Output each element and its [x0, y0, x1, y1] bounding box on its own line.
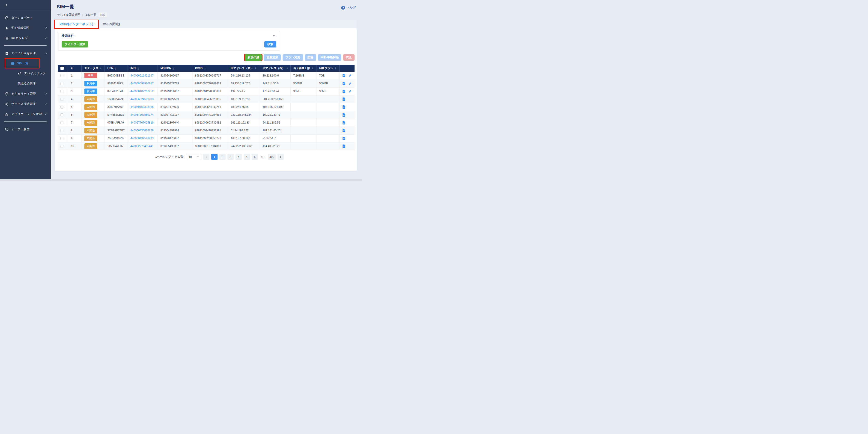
action-button-activate[interactable]: 開通: [305, 55, 316, 61]
prev-page-button[interactable]: [203, 154, 210, 160]
sidebar-item-order-history[interactable]: オーダー履歴: [0, 125, 51, 134]
sidebar-item-service-connect[interactable]: サービス接続管理: [0, 100, 51, 108]
sort-icon[interactable]: ▲▼: [100, 67, 101, 69]
document-icon[interactable]: [342, 81, 346, 86]
document-icon[interactable]: [342, 90, 346, 93]
cell-imsi: 440062776495441: [128, 142, 158, 150]
cell-index: 3: [68, 87, 82, 95]
collapse-sidebar-icon[interactable]: [5, 3, 8, 7]
imsi-link[interactable]: 440066102267252: [130, 90, 154, 93]
page-button-2[interactable]: 2: [219, 154, 225, 160]
column-header-capacity[interactable]: 当月容量上限▲▼: [290, 65, 316, 72]
tab-value-internet[interactable]: Value(インターネット): [55, 20, 98, 28]
row-checkbox[interactable]: [60, 137, 63, 140]
sort-icon[interactable]: ▲▼: [173, 67, 174, 70]
page-button-4[interactable]: 4: [236, 154, 242, 160]
row-checkbox[interactable]: [60, 121, 63, 124]
sort-icon[interactable]: ▲▼: [138, 67, 139, 70]
page-button-1[interactable]: 1: [211, 154, 218, 160]
table-row: 9未開通78C5CD023744006649954321381907847868…: [58, 134, 354, 142]
sidebar-item-mobile-line[interactable]: モバイル回線管理: [0, 49, 51, 58]
sidebar-item-security[interactable]: セキュリティ管理: [0, 90, 51, 98]
imsi-link[interactable]: 440069168336966: [130, 105, 154, 108]
sort-icon[interactable]: ▲▼: [335, 67, 336, 69]
sidebar-item-dashboard[interactable]: ダッシュボード: [0, 13, 51, 22]
cell-hsn: E7F552CB1E: [104, 111, 128, 119]
row-checkbox[interactable]: [60, 82, 63, 85]
imsi-link[interactable]: 440062776495441: [130, 144, 154, 148]
row-checkbox[interactable]: [60, 129, 63, 132]
column-header-hsn[interactable]: HSN▲▼: [104, 65, 128, 72]
table-row: 2利用中868641987344006059898081781908532778…: [58, 79, 354, 87]
cell-msisdn: 819085327783: [158, 79, 192, 87]
add-filter-button[interactable]: フィルター追加: [62, 41, 88, 47]
sidebar-item-contract-info[interactable]: 契約情報管理: [0, 24, 51, 32]
page-button-499[interactable]: 499: [268, 154, 276, 160]
sidebar-item-closed-network[interactable]: 閉域接続管理: [0, 79, 51, 88]
column-header-label: HSN: [107, 67, 113, 70]
column-header-status[interactable]: ステータス▲▼: [82, 65, 104, 72]
row-action-icons: [342, 73, 354, 77]
page-ellipsis: •••: [260, 154, 266, 160]
row-checkbox[interactable]: [60, 113, 63, 116]
imsi-link[interactable]: 440066616421997: [130, 74, 154, 77]
next-page-button[interactable]: [278, 154, 284, 160]
chevron-down-icon[interactable]: [273, 34, 276, 37]
imsi-link[interactable]: 440066499543213: [130, 137, 154, 140]
document-icon[interactable]: [342, 136, 346, 140]
sidebar-item-application[interactable]: アプリケーション管理: [0, 110, 51, 119]
breadcrumb-item[interactable]: モバイル回線管理: [57, 13, 80, 17]
action-button-suspend-resume[interactable]: 中断/中断解除: [318, 55, 341, 61]
row-checkbox[interactable]: [60, 74, 63, 77]
sort-icon[interactable]: ▲▼: [286, 67, 288, 69]
column-header-plan[interactable]: 容量プラン▲▼: [316, 65, 339, 72]
cell-hsn: 8686419873: [104, 79, 128, 87]
row-checkbox[interactable]: [60, 98, 63, 101]
cell-status: 中断: [82, 72, 104, 79]
action-button-create[interactable]: 新規作成: [245, 55, 262, 61]
document-icon[interactable]: [342, 73, 346, 77]
sort-icon[interactable]: ▲▼: [312, 67, 313, 69]
tab-value-closed[interactable]: Value(閉域): [98, 20, 125, 28]
document-icon[interactable]: [342, 144, 346, 148]
pencil-icon[interactable]: [348, 90, 352, 93]
help-link[interactable]: ? ヘルプ: [341, 5, 356, 10]
document-icon[interactable]: [342, 113, 346, 117]
imsi-link[interactable]: 440060598980817: [130, 82, 154, 85]
imsi-link[interactable]: 440066835674879: [130, 129, 154, 132]
document-icon[interactable]: [342, 97, 346, 101]
action-button-add-capacity[interactable]: 容量追加: [264, 55, 281, 61]
document-icon[interactable]: [342, 105, 346, 109]
page-button-6[interactable]: 6: [252, 154, 258, 160]
imsi-link[interactable]: 440066824509293: [130, 98, 154, 101]
column-header-iccid[interactable]: ICCID▲▼: [192, 65, 228, 72]
sort-icon[interactable]: ▲▼: [255, 67, 256, 69]
pencil-icon[interactable]: [348, 73, 352, 77]
pencil-icon[interactable]: [348, 81, 352, 86]
column-header-msisdn[interactable]: MSISDN▲▼: [158, 65, 192, 72]
page-button-5[interactable]: 5: [244, 154, 250, 160]
cell-hsn: 30877BA66F: [104, 103, 128, 111]
action-button-change-plan[interactable]: プラン変更: [283, 55, 303, 61]
column-header-imsi[interactable]: IMSI▲▼: [128, 65, 158, 72]
sidebar-item-device-link[interactable]: デバイスリンク: [0, 69, 51, 78]
row-checkbox[interactable]: [60, 106, 63, 108]
action-button-terminate[interactable]: 廃止: [343, 55, 354, 61]
row-checkbox[interactable]: [60, 90, 63, 93]
column-header-ip-west[interactable]: IPアドレス（西）▲▼: [260, 65, 290, 72]
cell-plan: [316, 119, 339, 127]
select-all-checkbox[interactable]: [60, 67, 64, 70]
search-button[interactable]: 検索: [265, 41, 276, 47]
row-checkbox[interactable]: [60, 145, 63, 148]
imsi-link[interactable]: 440067767025819: [130, 121, 154, 124]
column-header-ip-east[interactable]: IPアドレス（東）▲▼: [228, 65, 260, 72]
document-icon[interactable]: [342, 121, 346, 125]
per-page-select[interactable]: 10: [187, 154, 202, 160]
sort-icon[interactable]: ▲▼: [115, 67, 116, 70]
sidebar-item-iot-catalog[interactable]: IoTカタログ: [0, 34, 51, 42]
page-button-3[interactable]: 3: [227, 154, 234, 160]
sort-icon[interactable]: ▲▼: [204, 67, 206, 70]
imsi-link[interactable]: 440067867860174: [130, 113, 154, 116]
sidebar-item-sim-list[interactable]: SIM一覧: [0, 59, 51, 68]
document-icon[interactable]: [342, 129, 346, 133]
